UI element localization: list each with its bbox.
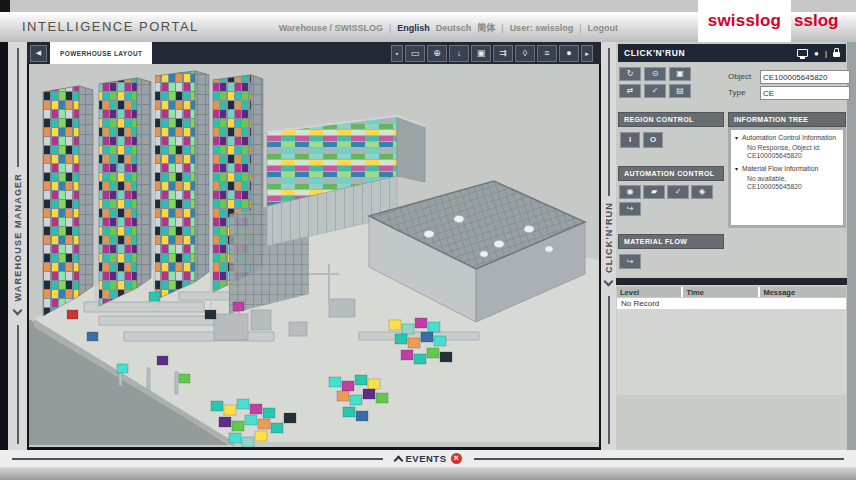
sidebar-clicknrun-strip[interactable]: CLICK'N'RUN bbox=[601, 42, 616, 450]
viewer-frame: ◀ POWERHOUSE LAYOUT ▪ ▭ ⊕ ↓ ▣ ⇉ ◊ ≡ ● ▸ bbox=[27, 42, 601, 450]
layers-button[interactable]: ≡ bbox=[537, 45, 557, 62]
automation-control-row1: ◉ ▰ ✓ ◈ bbox=[619, 185, 713, 199]
tree-expand-icon[interactable]: ▾ bbox=[735, 165, 738, 172]
event-table-header: Level Time Message bbox=[617, 287, 846, 297]
column-level[interactable]: Level bbox=[617, 287, 681, 297]
automation-tool-button[interactable]: ▰ bbox=[643, 185, 665, 199]
automation-export-button[interactable]: ↪ bbox=[619, 202, 641, 216]
close-events-icon[interactable]: × bbox=[451, 453, 462, 464]
automation-confirm-button[interactable]: ✓ bbox=[667, 185, 689, 199]
tree-node-label: Material Flow Information bbox=[742, 165, 818, 172]
object-label: Object bbox=[728, 72, 751, 81]
information-tree-body: ▾ Automation Control Information No Resp… bbox=[728, 127, 846, 228]
panel-separator bbox=[616, 278, 847, 285]
flow-export-icon: ↪ bbox=[627, 205, 634, 213]
events-rule bbox=[474, 458, 845, 460]
lang-chinese-link[interactable]: 简体 bbox=[477, 21, 495, 34]
material-flow-buttons: ↪ bbox=[619, 254, 641, 269]
region-stop-button[interactable]: O bbox=[643, 132, 663, 148]
tree-node-detail: No available, CE100005645820 bbox=[731, 172, 843, 192]
warehouse-3d-scene[interactable] bbox=[29, 64, 599, 447]
panel-edge bbox=[847, 42, 856, 450]
refresh-button[interactable]: ↻ bbox=[619, 67, 641, 81]
object-input[interactable] bbox=[760, 70, 850, 84]
strip-rule bbox=[608, 296, 610, 444]
detail-line: No Response, Object id: bbox=[747, 144, 841, 152]
lang-deutsch-link[interactable]: Deutsch bbox=[436, 23, 472, 33]
lang-english-link[interactable]: English bbox=[397, 23, 430, 33]
search-button[interactable]: ⊙ bbox=[644, 67, 666, 81]
transfer-button[interactable]: ⇄ bbox=[619, 84, 641, 98]
select-button[interactable]: ✓ bbox=[644, 84, 666, 98]
select-icon: ✓ bbox=[652, 87, 659, 95]
chevron-up-icon bbox=[393, 455, 403, 465]
automation-control-row2: ↪ bbox=[619, 202, 641, 216]
lock-icon[interactable] bbox=[833, 52, 840, 57]
tab-powerhouse-layout[interactable]: POWERHOUSE LAYOUT bbox=[50, 42, 152, 64]
brand-wordmark: swisslog bbox=[708, 11, 781, 31]
eye-icon: ◉ bbox=[627, 188, 634, 196]
clicknrun-header: CLICK'N'RUN ● | bbox=[618, 44, 846, 62]
wrench-icon: ▰ bbox=[651, 188, 657, 196]
globe-icon: ⊕ bbox=[433, 49, 441, 58]
import-button[interactable]: ↓ bbox=[449, 45, 469, 62]
clicknrun-panel: CLICK'N'RUN ● | ↻ ⊙ ▣ ⇄ ✓ ▤ Object Type bbox=[616, 42, 856, 450]
clear-button[interactable]: ▤ bbox=[669, 84, 691, 98]
events-label: EVENTS bbox=[406, 453, 447, 464]
tree-node-label: Automation Control Information bbox=[742, 134, 836, 141]
tab-scroll-back-button[interactable]: ◀ bbox=[30, 45, 47, 62]
material-flow-header: MATERIAL FLOW bbox=[618, 234, 724, 249]
material-flow-button[interactable]: ↪ bbox=[619, 254, 641, 269]
transfer-icon: ⇄ bbox=[627, 87, 634, 95]
clicknrun-header-icons: ● | bbox=[797, 49, 840, 58]
record-toggle-icon[interactable]: ● bbox=[814, 49, 819, 58]
logout-link[interactable]: Logout bbox=[588, 23, 619, 33]
tree-node[interactable]: ▾ Automation Control Information bbox=[731, 130, 843, 141]
type-input[interactable] bbox=[760, 86, 850, 100]
droplet-button[interactable]: ◊ bbox=[515, 45, 535, 62]
warehouse-3d-viewport[interactable] bbox=[29, 64, 599, 447]
sidebar-warehouse-manager[interactable]: WAREHOUSE MANAGER bbox=[8, 42, 27, 450]
warehouse-manager-label: WAREHOUSE MANAGER bbox=[13, 173, 23, 301]
strip-rule bbox=[17, 48, 19, 167]
expand-chevron-icon[interactable] bbox=[13, 305, 23, 315]
header-nav: Warehouse / SWISSLOG | English Deutsch 简… bbox=[279, 21, 618, 34]
main-area: WAREHOUSE MANAGER ◀ POWERHOUSE LAYOUT ▪ … bbox=[0, 42, 856, 450]
tree-expand-icon[interactable]: ▾ bbox=[735, 134, 738, 141]
layers-icon: ≡ bbox=[544, 49, 549, 58]
refresh-icon: ↻ bbox=[627, 70, 634, 78]
check-icon: ✓ bbox=[675, 188, 682, 196]
type-label: Type bbox=[728, 88, 745, 97]
record-button[interactable]: ● bbox=[559, 45, 579, 62]
back-arrow-icon: ◀ bbox=[36, 49, 41, 57]
tree-node[interactable]: ▾ Material Flow Information bbox=[731, 161, 843, 172]
nav-separator: | bbox=[501, 23, 503, 33]
divider: | bbox=[825, 49, 827, 58]
swisslog-logo: swisslog bbox=[698, 0, 791, 42]
expand-chevron-icon[interactable] bbox=[604, 277, 614, 287]
automation-view-button[interactable]: ◉ bbox=[619, 185, 641, 199]
events-toggle[interactable]: EVENTS × bbox=[395, 453, 462, 464]
automation-manual-button[interactable]: ◈ bbox=[691, 185, 713, 199]
user-label: User: swisslog bbox=[510, 23, 574, 33]
region-start-button[interactable]: I bbox=[620, 132, 640, 148]
automation-control-header: AUTOMATION CONTROL bbox=[618, 166, 724, 181]
globe-button[interactable]: ⊕ bbox=[427, 45, 447, 62]
column-message[interactable]: Message bbox=[760, 287, 846, 297]
column-time[interactable]: Time bbox=[683, 287, 758, 297]
nav-separator: | bbox=[389, 23, 391, 33]
download-icon: ↓ bbox=[457, 49, 462, 58]
tree-node-detail: No Response, Object id: CE100005645820 bbox=[731, 141, 843, 161]
camera-button[interactable]: ▣ bbox=[471, 45, 491, 62]
information-tree: INFORMATION TREE ▾ Automation Control In… bbox=[728, 112, 846, 228]
cursor-button[interactable]: ▪ bbox=[391, 45, 403, 62]
cursor-icon: ▪ bbox=[396, 50, 398, 57]
frame-button[interactable]: ▣ bbox=[669, 67, 691, 81]
brand-echo-text: sslog bbox=[794, 11, 838, 31]
strip-rule bbox=[608, 48, 610, 196]
tab-scroll-next-button[interactable]: ▸ bbox=[581, 45, 593, 62]
clicknrun-title: CLICK'N'RUN bbox=[624, 48, 685, 58]
monitor-icon[interactable] bbox=[797, 49, 808, 57]
monitor-button[interactable]: ▭ bbox=[405, 45, 425, 62]
flow-button[interactable]: ⇉ bbox=[493, 45, 513, 62]
